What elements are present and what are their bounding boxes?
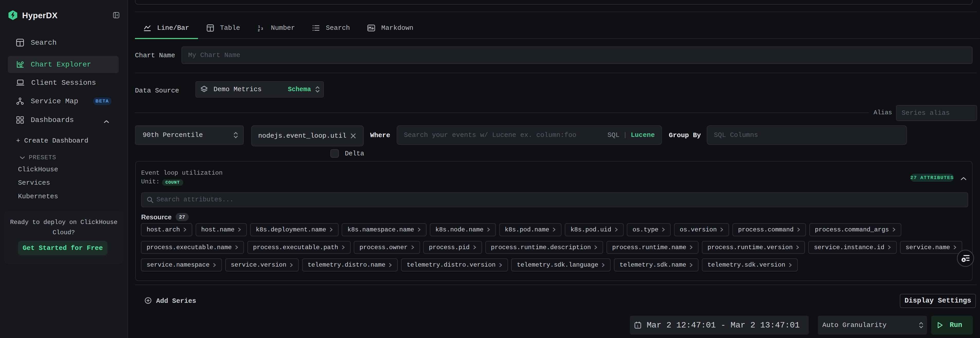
svg-text:3: 3 <box>261 27 263 30</box>
svg-text:1: 1 <box>637 324 639 328</box>
svg-text:2: 2 <box>258 28 260 32</box>
svg-text:1: 1 <box>258 25 260 29</box>
